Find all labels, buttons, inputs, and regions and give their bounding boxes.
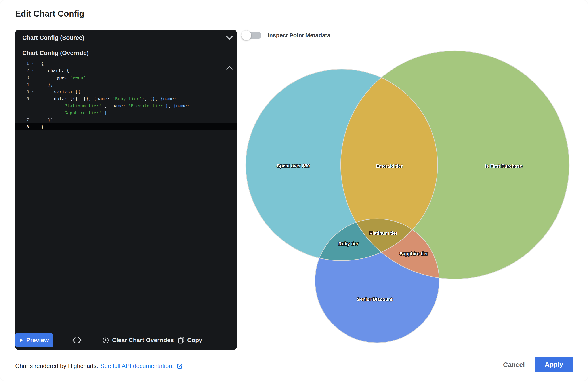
indent-guide: [48, 95, 48, 102]
venn-region-ruby-tier[interactable]: [315, 219, 439, 343]
line-number: 2: [15, 67, 29, 74]
clear-chart-overrides-label: Clear Chart Overrides: [112, 337, 174, 344]
venn-label-platinum-tier: Platinum tier: [369, 230, 398, 235]
line-number: 5: [15, 88, 29, 95]
venn-region-platinum-tier[interactable]: [315, 219, 439, 343]
footer-credit-text: Charts rendered by Highcharts.: [15, 363, 98, 369]
inspect-metadata-label: Inspect Point Metadata: [268, 32, 330, 39]
venn-region-is-first-purchase[interactable]: [341, 51, 569, 279]
history-icon: [102, 337, 109, 344]
venn-region-emerald-tier[interactable]: [341, 51, 569, 279]
venn-label-is-first-purchase: Is First Purchase: [485, 163, 522, 169]
code-view-button[interactable]: [72, 333, 82, 347]
indent-guide: [48, 102, 48, 109]
override-section-title: Chart Config (Override): [22, 49, 89, 56]
play-icon: [20, 338, 23, 342]
section-chart-config-source[interactable]: Chart Config (Source): [15, 30, 237, 46]
fold-arrow-icon[interactable]: ▾: [32, 60, 34, 67]
venn-region-sapphire-tier[interactable]: [315, 219, 439, 343]
section-chart-config-override[interactable]: Chart Config (Override): [15, 46, 237, 60]
code-line-1[interactable]: 1▾{: [15, 60, 237, 67]
venn-circle-outline-senior-discount: [315, 219, 439, 343]
clear-chart-overrides-button[interactable]: Clear Chart Overrides: [102, 333, 174, 347]
venn-circle-outline-is-first-purchase: [341, 51, 569, 279]
copy-label: Copy: [187, 337, 202, 344]
code-line-6[interactable]: 6data: [{}, {}, {name: 'Ruby tier'}, {},…: [15, 95, 237, 102]
line-number: 3: [15, 74, 29, 81]
code-text: data: [{}, {}, {name: 'Ruby tier'}, {}, …: [54, 95, 176, 102]
venn-label-ruby-tier: Ruby tier: [338, 241, 358, 246]
code-line-2[interactable]: 2▾chart: {: [15, 67, 237, 74]
line-number: 4: [15, 81, 29, 88]
code-line-5[interactable]: 5▾series: [{: [15, 88, 237, 95]
inspect-metadata-row: Inspect Point Metadata: [241, 30, 330, 40]
code-line-3[interactable]: 3type: 'venn': [15, 74, 237, 81]
apply-button-label: Apply: [545, 361, 563, 368]
line-number: 8: [15, 123, 29, 131]
fold-arrow-icon[interactable]: ▾: [32, 88, 34, 95]
source-section-title: Chart Config (Source): [22, 34, 84, 41]
code-text: }: [41, 123, 44, 131]
venn-region-senior-discount[interactable]: [315, 219, 439, 343]
code-brackets-icon: [72, 337, 82, 343]
preview-button[interactable]: Preview: [15, 333, 53, 347]
fold-arrow-icon[interactable]: ▾: [32, 67, 34, 74]
chart-config-panel: Chart Config (Source) Chart Config (Over…: [15, 30, 237, 350]
footer: Charts rendered by Highcharts. See full …: [15, 363, 183, 369]
code-line-4[interactable]: 4},: [15, 81, 237, 88]
indent-guide: [48, 88, 48, 95]
editor-toolbar: Clear Chart Overrides Copy Preview: [15, 333, 237, 347]
venn-label-emerald-tier: Emerald tier: [376, 163, 402, 169]
code-text: 'Sapphire tier'}]: [62, 109, 107, 116]
indent-guide: [48, 74, 48, 81]
code-text: series: [{: [54, 88, 81, 95]
api-docs-link-label: See full API documentation.: [100, 363, 174, 369]
inspect-metadata-toggle[interactable]: [241, 30, 261, 40]
cancel-button[interactable]: Cancel: [501, 358, 527, 371]
code-text: }]: [48, 116, 53, 123]
indent-guide: [48, 109, 48, 116]
venn-circle-outline-spent-over-50: [246, 69, 438, 261]
line-number: 7: [15, 116, 29, 123]
code-text: 'Platinum tier'}, {name: 'Emerald tier'}…: [62, 102, 189, 109]
line-number: 6: [15, 95, 29, 102]
venn-label-spent-over-50: Spent over $50: [277, 163, 310, 168]
venn-label-senior-discount: Senior Discount: [357, 297, 392, 302]
code-line-7[interactable]: 7}]: [15, 116, 237, 123]
chevron-down-icon[interactable]: [226, 35, 233, 40]
code-line-wrap[interactable]: 'Sapphire tier'}]: [15, 109, 237, 116]
code-line-wrap[interactable]: 'Platinum tier'}, {name: 'Emerald tier'}…: [15, 102, 237, 109]
copy-icon: [178, 337, 184, 344]
toggle-knob: [241, 30, 251, 40]
code-text: {: [41, 60, 44, 67]
code-line-8[interactable]: 8}: [15, 123, 237, 131]
line-number: 1: [15, 60, 29, 67]
copy-button[interactable]: Copy: [178, 333, 202, 347]
apply-button[interactable]: Apply: [534, 357, 573, 372]
venn-region-spent-over-50[interactable]: [246, 69, 438, 261]
code-text: chart: {: [48, 67, 69, 74]
venn-label-sapphire-tier: Sapphire tier: [400, 251, 428, 256]
page-title: Edit Chart Config: [15, 9, 84, 19]
code-editor[interactable]: 1▾{2▾chart: {3type: 'venn'4},5▾series: […: [15, 60, 237, 131]
code-text: type: 'venn': [54, 74, 86, 81]
edit-chart-config-dialog: Edit Chart Config Chart Config (Source) …: [0, 0, 588, 381]
api-docs-link[interactable]: See full API documentation.: [100, 363, 183, 369]
open-in-new-icon: [176, 363, 183, 369]
code-text: },: [48, 81, 53, 88]
preview-label: Preview: [26, 337, 49, 344]
